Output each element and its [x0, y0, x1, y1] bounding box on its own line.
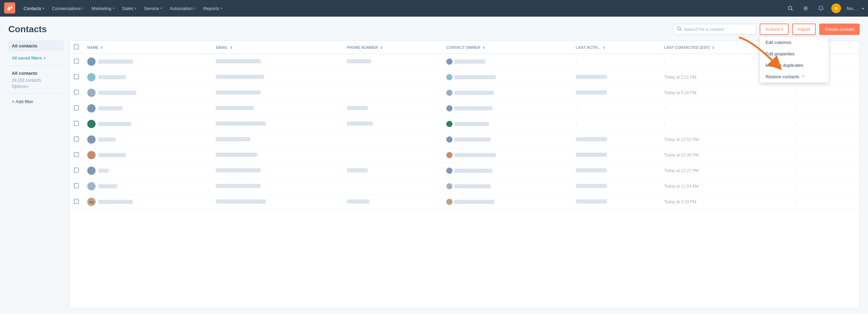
owner-name[interactable]	[454, 169, 492, 173]
search-box[interactable]	[673, 24, 756, 35]
lead-status-cell: -	[791, 101, 859, 116]
nav-item-marketing[interactable]: Marketing ▾	[88, 4, 118, 13]
contact-email-cell	[212, 116, 342, 132]
contact-email[interactable]	[216, 137, 250, 141]
select-all-checkbox[interactable]	[74, 44, 79, 50]
row-checkbox-cell[interactable]	[70, 70, 83, 85]
chevron-down-icon: ▾	[781, 27, 783, 31]
row-checkbox-cell[interactable]	[70, 194, 83, 210]
owner-name[interactable]	[454, 153, 496, 157]
avatar[interactable]: N	[831, 3, 841, 13]
contact-email[interactable]	[216, 199, 266, 204]
row-checkbox-cell[interactable]	[70, 101, 83, 116]
row-checkbox[interactable]	[74, 152, 79, 157]
contact-email[interactable]	[216, 75, 264, 79]
dropdown-item-edit-columns[interactable]: Edit columns	[760, 37, 829, 48]
contact-email[interactable]	[216, 106, 254, 110]
lead-status: -	[796, 153, 797, 158]
contact-email[interactable]	[216, 59, 261, 63]
dropdown-item-edit-properties[interactable]: Edit properties	[760, 48, 829, 60]
row-checkbox[interactable]	[74, 199, 79, 204]
owner-name[interactable]	[454, 122, 489, 126]
contact-name[interactable]	[98, 122, 131, 126]
th-name[interactable]: NAME ⇕	[83, 41, 212, 54]
nav-item-sales[interactable]: Sales ▾	[119, 4, 140, 13]
owner-name[interactable]	[454, 75, 496, 79]
contact-name[interactable]	[98, 200, 133, 204]
contacts-table-area: NAME ⇕ EMAIL ⇕ PHONE NUMBER ⇕	[69, 41, 860, 308]
nav-item-reports[interactable]: Reports ▾	[200, 4, 226, 13]
owner-avatar	[446, 152, 453, 158]
contact-name[interactable]	[98, 153, 126, 157]
contact-avatar	[87, 104, 96, 113]
add-filter-button[interactable]: + Add filter	[8, 97, 64, 106]
row-checkbox-cell[interactable]	[70, 147, 83, 163]
contact-name[interactable]	[98, 75, 126, 79]
search-icon[interactable]	[786, 3, 795, 13]
row-checkbox-cell[interactable]	[70, 54, 83, 70]
owner-name[interactable]	[454, 106, 492, 110]
row-checkbox[interactable]	[74, 74, 79, 79]
contact-name[interactable]	[98, 60, 133, 64]
contact-name[interactable]	[98, 137, 116, 142]
nav-item-conversations[interactable]: Conversations ▾	[48, 4, 87, 13]
last-activity-cell	[572, 85, 660, 101]
contact-name[interactable]	[98, 91, 136, 95]
contact-avatar	[87, 135, 96, 144]
settings-icon[interactable]	[801, 3, 811, 13]
owner-name[interactable]	[454, 184, 491, 188]
row-checkbox[interactable]	[74, 59, 79, 64]
contact-email[interactable]	[216, 90, 261, 95]
contact-name-cell	[83, 101, 212, 116]
actions-button[interactable]: Actions ▾	[760, 24, 789, 35]
row-checkbox-cell[interactable]	[70, 85, 83, 101]
contact-name-cell	[83, 163, 212, 179]
owner-name[interactable]	[454, 91, 494, 95]
row-checkbox-cell[interactable]	[70, 132, 83, 147]
owner-name[interactable]	[454, 200, 494, 204]
th-email[interactable]: EMAIL ⇕	[212, 41, 342, 54]
import-button[interactable]: Import	[792, 24, 816, 35]
owner-name[interactable]	[454, 60, 485, 64]
contact-phone	[347, 122, 373, 126]
row-checkbox[interactable]	[74, 105, 79, 110]
sidebar-saved-filters[interactable]: All saved filters >	[8, 54, 64, 62]
contact-email[interactable]	[216, 184, 261, 188]
row-checkbox[interactable]	[74, 90, 79, 95]
contact-email[interactable]	[216, 122, 266, 126]
th-phone[interactable]: PHONE NUMBER ⇕	[343, 41, 442, 54]
nav-item-contacts[interactable]: Contacts ▾	[20, 4, 48, 13]
user-menu[interactable]: Niv...	[847, 6, 857, 11]
row-checkbox[interactable]	[74, 168, 79, 173]
sidebar-all-contacts[interactable]: All contacts	[8, 41, 64, 51]
row-checkbox-cell[interactable]	[70, 163, 83, 179]
select-all-header[interactable]	[70, 41, 83, 54]
last-activity	[576, 137, 607, 141]
th-last-activity[interactable]: LAST ACTIV... ⇕	[572, 41, 660, 54]
hubspot-logo[interactable]	[4, 2, 15, 15]
contact-name[interactable]	[98, 169, 109, 173]
contact-name[interactable]	[98, 184, 117, 188]
last-activity-empty: -	[576, 122, 577, 126]
dropdown-item-manage-duplicates[interactable]: Manage duplicates	[760, 60, 829, 71]
create-contact-button[interactable]: Create contact	[819, 24, 860, 35]
dropdown-item-restore-contacts[interactable]: Restore contacts ↗	[760, 71, 829, 82]
th-owner[interactable]: CONTACT OWNER ⇕	[442, 41, 572, 54]
row-checkbox[interactable]	[74, 183, 79, 188]
nav-item-service[interactable]: Service ▾	[141, 4, 165, 13]
options-button[interactable]: Options ▾	[12, 84, 28, 89]
contact-name[interactable]	[98, 106, 123, 110]
contact-owner-cell	[442, 116, 572, 132]
last-contacted-cell: Today at 12:27 PM	[660, 163, 791, 179]
notifications-icon[interactable]	[816, 3, 826, 13]
row-checkbox[interactable]	[74, 121, 79, 126]
row-checkbox-cell[interactable]	[70, 116, 83, 132]
contact-email[interactable]	[216, 153, 257, 157]
contact-email[interactable]	[216, 168, 261, 172]
nav-item-automation[interactable]: Automation ▾	[166, 4, 199, 13]
row-checkbox[interactable]	[74, 136, 79, 142]
contact-owner-cell	[442, 132, 572, 147]
row-checkbox-cell[interactable]	[70, 179, 83, 194]
owner-name[interactable]	[454, 137, 491, 142]
search-input[interactable]	[684, 27, 752, 32]
